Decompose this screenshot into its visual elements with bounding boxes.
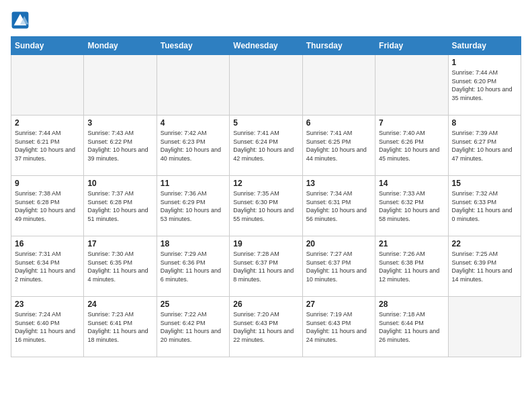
day-info: Sunrise: 7:40 AM Sunset: 6:26 PM Dayligh… [379, 129, 444, 163]
calendar-cell [157, 55, 229, 116]
day-number: 19 [233, 239, 298, 248]
calendar-cell: 28Sunrise: 7:18 AM Sunset: 6:44 PM Dayli… [375, 297, 448, 357]
day-info: Sunrise: 7:24 AM Sunset: 6:40 PM Dayligh… [15, 310, 80, 344]
calendar-cell: 27Sunrise: 7:19 AM Sunset: 6:43 PM Dayli… [302, 297, 375, 357]
day-number: 9 [15, 179, 80, 188]
day-info: Sunrise: 7:30 AM Sunset: 6:35 PM Dayligh… [87, 250, 152, 283]
day-number: 27 [306, 300, 371, 309]
calendar-cell: 3Sunrise: 7:43 AM Sunset: 6:22 PM Daylig… [84, 116, 157, 176]
week-row-1: 2Sunrise: 7:44 AM Sunset: 6:21 PM Daylig… [11, 116, 521, 176]
day-number: 15 [452, 179, 517, 188]
logo-icon [11, 11, 30, 30]
calendar-cell: 23Sunrise: 7:24 AM Sunset: 6:40 PM Dayli… [11, 297, 84, 357]
weekday-header-tuesday: Tuesday [157, 37, 229, 55]
calendar-cell: 16Sunrise: 7:31 AM Sunset: 6:34 PM Dayli… [11, 236, 84, 297]
week-row-3: 16Sunrise: 7:31 AM Sunset: 6:34 PM Dayli… [11, 236, 521, 297]
day-info: Sunrise: 7:26 AM Sunset: 6:38 PM Dayligh… [379, 250, 444, 283]
day-number: 10 [87, 179, 152, 188]
calendar-cell: 15Sunrise: 7:32 AM Sunset: 6:33 PM Dayli… [448, 176, 521, 236]
day-info: Sunrise: 7:33 AM Sunset: 6:32 PM Dayligh… [379, 189, 444, 223]
calendar-cell: 14Sunrise: 7:33 AM Sunset: 6:32 PM Dayli… [375, 176, 448, 236]
day-number: 3 [87, 118, 152, 128]
calendar-cell: 2Sunrise: 7:44 AM Sunset: 6:21 PM Daylig… [11, 116, 84, 176]
day-number: 17 [87, 239, 152, 248]
weekday-header-sunday: Sunday [11, 37, 84, 55]
day-info: Sunrise: 7:43 AM Sunset: 6:22 PM Dayligh… [87, 129, 152, 163]
calendar-cell: 20Sunrise: 7:27 AM Sunset: 6:37 PM Dayli… [302, 236, 375, 297]
day-info: Sunrise: 7:44 AM Sunset: 6:20 PM Dayligh… [452, 68, 517, 102]
week-row-0: 1Sunrise: 7:44 AM Sunset: 6:20 PM Daylig… [11, 55, 521, 116]
day-number: 26 [233, 300, 298, 309]
day-info: Sunrise: 7:19 AM Sunset: 6:43 PM Dayligh… [306, 310, 371, 344]
day-info: Sunrise: 7:29 AM Sunset: 6:36 PM Dayligh… [161, 250, 226, 283]
day-number: 25 [161, 300, 226, 309]
day-number: 6 [306, 118, 371, 128]
calendar-cell: 11Sunrise: 7:36 AM Sunset: 6:29 PM Dayli… [157, 176, 229, 236]
day-number: 20 [306, 239, 371, 248]
calendar-cell: 1Sunrise: 7:44 AM Sunset: 6:20 PM Daylig… [448, 55, 521, 116]
day-info: Sunrise: 7:44 AM Sunset: 6:21 PM Dayligh… [15, 129, 80, 163]
day-info: Sunrise: 7:20 AM Sunset: 6:43 PM Dayligh… [233, 310, 298, 344]
day-number: 16 [15, 239, 80, 248]
calendar-cell [375, 55, 448, 116]
week-row-4: 23Sunrise: 7:24 AM Sunset: 6:40 PM Dayli… [11, 297, 521, 357]
calendar-cell: 25Sunrise: 7:22 AM Sunset: 6:42 PM Dayli… [157, 297, 229, 357]
calendar-cell: 5Sunrise: 7:41 AM Sunset: 6:24 PM Daylig… [230, 116, 302, 176]
logo [11, 11, 32, 30]
weekday-header-friday: Friday [375, 37, 448, 55]
week-row-2: 9Sunrise: 7:38 AM Sunset: 6:28 PM Daylig… [11, 176, 521, 236]
day-number: 23 [15, 300, 80, 309]
day-info: Sunrise: 7:35 AM Sunset: 6:30 PM Dayligh… [233, 189, 298, 223]
weekday-header-wednesday: Wednesday [230, 37, 302, 55]
day-info: Sunrise: 7:41 AM Sunset: 6:25 PM Dayligh… [306, 129, 371, 163]
day-number: 24 [87, 300, 152, 309]
weekday-header-monday: Monday [84, 37, 157, 55]
day-number: 1 [452, 58, 517, 67]
weekday-header-row: SundayMondayTuesdayWednesdayThursdayFrid… [11, 37, 521, 55]
calendar-cell [230, 55, 302, 116]
day-info: Sunrise: 7:39 AM Sunset: 6:27 PM Dayligh… [452, 129, 517, 163]
day-number: 22 [452, 239, 517, 248]
calendar-cell: 18Sunrise: 7:29 AM Sunset: 6:36 PM Dayli… [157, 236, 229, 297]
calendar-cell [84, 55, 157, 116]
day-number: 7 [379, 118, 444, 128]
calendar-cell [302, 55, 375, 116]
day-info: Sunrise: 7:28 AM Sunset: 6:37 PM Dayligh… [233, 250, 298, 283]
calendar-table: SundayMondayTuesdayWednesdayThursdayFrid… [11, 36, 521, 357]
day-number: 21 [379, 239, 444, 248]
weekday-header-thursday: Thursday [302, 37, 375, 55]
day-number: 13 [306, 179, 371, 188]
calendar-cell: 19Sunrise: 7:28 AM Sunset: 6:37 PM Dayli… [230, 236, 302, 297]
day-number: 8 [452, 118, 517, 128]
day-info: Sunrise: 7:37 AM Sunset: 6:28 PM Dayligh… [87, 189, 152, 223]
day-info: Sunrise: 7:42 AM Sunset: 6:23 PM Dayligh… [161, 129, 226, 163]
day-info: Sunrise: 7:32 AM Sunset: 6:33 PM Dayligh… [452, 189, 517, 223]
calendar-cell: 12Sunrise: 7:35 AM Sunset: 6:30 PM Dayli… [230, 176, 302, 236]
day-info: Sunrise: 7:18 AM Sunset: 6:44 PM Dayligh… [379, 310, 444, 344]
calendar-cell [448, 297, 521, 357]
day-info: Sunrise: 7:27 AM Sunset: 6:37 PM Dayligh… [306, 250, 371, 283]
day-info: Sunrise: 7:41 AM Sunset: 6:24 PM Dayligh… [233, 129, 298, 163]
calendar-cell: 26Sunrise: 7:20 AM Sunset: 6:43 PM Dayli… [230, 297, 302, 357]
page-header [11, 11, 521, 30]
day-info: Sunrise: 7:38 AM Sunset: 6:28 PM Dayligh… [15, 189, 80, 223]
calendar-cell: 9Sunrise: 7:38 AM Sunset: 6:28 PM Daylig… [11, 176, 84, 236]
weekday-header-saturday: Saturday [448, 37, 521, 55]
calendar-cell: 17Sunrise: 7:30 AM Sunset: 6:35 PM Dayli… [84, 236, 157, 297]
calendar-cell: 10Sunrise: 7:37 AM Sunset: 6:28 PM Dayli… [84, 176, 157, 236]
day-number: 2 [15, 118, 80, 128]
day-number: 14 [379, 179, 444, 188]
calendar-cell [11, 55, 84, 116]
calendar-cell: 13Sunrise: 7:34 AM Sunset: 6:31 PM Dayli… [302, 176, 375, 236]
calendar-cell: 7Sunrise: 7:40 AM Sunset: 6:26 PM Daylig… [375, 116, 448, 176]
day-number: 4 [161, 118, 226, 128]
day-number: 11 [161, 179, 226, 188]
day-info: Sunrise: 7:34 AM Sunset: 6:31 PM Dayligh… [306, 189, 371, 223]
day-number: 5 [233, 118, 298, 128]
day-info: Sunrise: 7:31 AM Sunset: 6:34 PM Dayligh… [15, 250, 80, 283]
day-info: Sunrise: 7:23 AM Sunset: 6:41 PM Dayligh… [87, 310, 152, 344]
day-info: Sunrise: 7:22 AM Sunset: 6:42 PM Dayligh… [161, 310, 226, 344]
calendar-cell: 4Sunrise: 7:42 AM Sunset: 6:23 PM Daylig… [157, 116, 229, 176]
calendar-cell: 24Sunrise: 7:23 AM Sunset: 6:41 PM Dayli… [84, 297, 157, 357]
day-info: Sunrise: 7:36 AM Sunset: 6:29 PM Dayligh… [161, 189, 226, 223]
